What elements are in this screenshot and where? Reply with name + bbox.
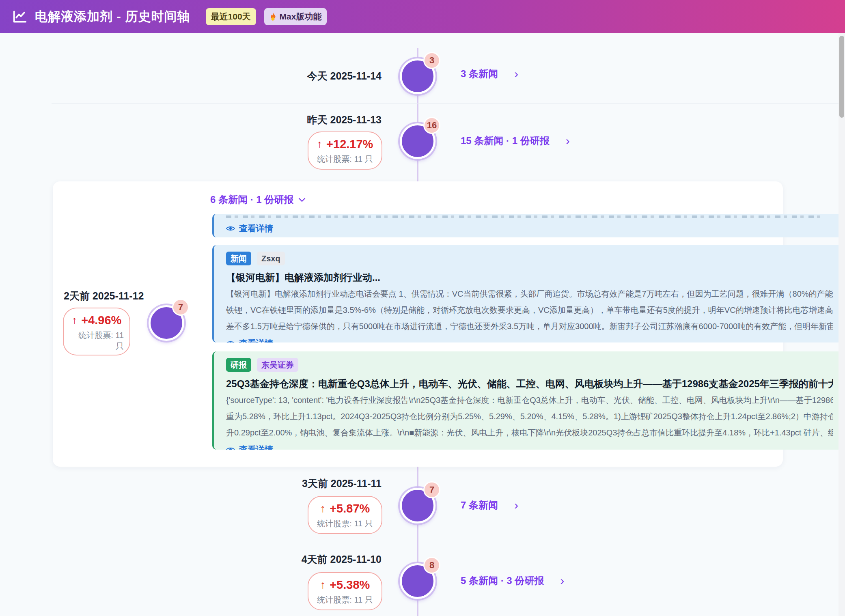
page-title: 电解液添加剂 - 历史时间轴 bbox=[35, 8, 190, 25]
news-link-yesterday[interactable]: 15 条新闻 · 1 份研报 › bbox=[461, 134, 570, 147]
fire-icon bbox=[269, 12, 277, 21]
news-link-label: 3 条新闻 bbox=[461, 67, 498, 80]
stocks-count: 统计股票: 11 只 bbox=[308, 594, 382, 605]
max-feature-badge: Max版功能 bbox=[264, 8, 327, 25]
view-detail-link[interactable]: 查看详情 bbox=[226, 338, 273, 342]
stocks-count: 统计股票: 11 只 bbox=[308, 154, 382, 165]
news-link-today[interactable]: 3 条新闻 › bbox=[461, 67, 518, 80]
news-body-line: 铁锂，VC在铁锂里面的添加量是3.5%-6%（特别是储能，对循环充放电次数要求更… bbox=[226, 302, 833, 318]
news-link-label: 7 条新闻 bbox=[461, 499, 498, 512]
row-divider bbox=[52, 103, 845, 104]
entry-date-2d: 2天前 2025-11-12 bbox=[64, 289, 144, 303]
up-arrow-icon: ↑ bbox=[320, 579, 326, 590]
up-arrow-icon: ↑ bbox=[72, 315, 78, 326]
news-type-badge: 新闻 bbox=[226, 252, 251, 265]
timeline-node-2d[interactable]: 7 bbox=[149, 305, 184, 341]
news-link-label: 5 条新闻 · 3 份研报 bbox=[461, 574, 544, 587]
report-body-line: {'sourceType': 13, 'content': '电力设备行业深度报… bbox=[226, 392, 833, 408]
collapse-toggle[interactable]: 6 条新闻 · 1 份研报 bbox=[210, 193, 306, 206]
pct-change: +12.17% bbox=[326, 138, 373, 150]
report-type-badge: 研报 bbox=[226, 358, 251, 372]
news-link-4d[interactable]: 5 条新闻 · 3 份研报 › bbox=[461, 574, 564, 587]
eye-icon bbox=[226, 446, 235, 450]
view-detail-link[interactable]: 查看详情 bbox=[226, 444, 273, 450]
timeline-page: 电解液添加剂 - 历史时间轴 最近100天 Max版功能 今天 2025-11-… bbox=[0, 0, 845, 616]
max-feature-badge-label: Max版功能 bbox=[280, 11, 322, 22]
chevron-right-icon: › bbox=[514, 68, 518, 80]
scrollbar-track bbox=[839, 33, 845, 616]
scrollbar-thumb[interactable] bbox=[839, 36, 844, 118]
row-divider bbox=[52, 546, 845, 546]
chevron-right-icon: › bbox=[514, 499, 518, 511]
timeline-node-today[interactable]: 3 bbox=[400, 58, 435, 94]
view-detail-label: 查看详情 bbox=[239, 338, 273, 342]
range-badge: 最近100天 bbox=[206, 8, 256, 25]
news-card-clipped[interactable]: 查看详情 bbox=[212, 214, 845, 237]
entry-date-4d: 4天前 2025-11-10 bbox=[302, 553, 382, 566]
stat-bubble-4d: ↑ +5.38% 统计股票: 11 只 bbox=[308, 572, 382, 610]
count-badge: 8 bbox=[425, 558, 439, 573]
app-header: 电解液添加剂 - 历史时间轴 最近100天 Max版功能 bbox=[0, 0, 845, 33]
timeline-node-yesterday[interactable]: 16 bbox=[400, 123, 435, 159]
report-body-line: 升0.29pct至2.00%，钠电池、复合集流体上涨。\r\n■新能源：光伏、风… bbox=[226, 424, 833, 441]
stat-bubble-3d: ↑ +5.87% 统计股票: 11 只 bbox=[308, 496, 382, 534]
chevron-down-icon bbox=[298, 198, 306, 202]
count-badge: 7 bbox=[425, 482, 439, 497]
news-link-3d[interactable]: 7 条新闻 › bbox=[461, 499, 518, 512]
chart-line-icon bbox=[12, 9, 28, 24]
report-title: 25Q3基金持仓深度：电新重仓Q3总体上升，电动车、光伏、储能、工控、电网、风电… bbox=[226, 377, 833, 390]
up-arrow-icon: ↑ bbox=[317, 139, 323, 150]
clipped-text-fragment bbox=[226, 215, 821, 218]
news-link-label: 15 条新闻 · 1 份研报 bbox=[461, 134, 550, 147]
view-detail-link[interactable]: 查看详情 bbox=[226, 223, 273, 234]
news-body-line: 【银河电新】电解液添加剂行业动态电话会要点 1、供需情况：VC当前供需很紧，头部… bbox=[226, 286, 833, 302]
timeline-node-3d[interactable]: 7 bbox=[400, 488, 435, 523]
stocks-count: 统计股票: 11 只 bbox=[64, 330, 129, 352]
stat-bubble-yesterday: ↑ +12.17% 统计股票: 11 只 bbox=[308, 131, 382, 170]
stocks-count: 统计股票: 11 只 bbox=[308, 518, 382, 529]
collapse-toggle-label: 6 条新闻 · 1 份研报 bbox=[210, 193, 293, 206]
view-detail-label: 查看详情 bbox=[239, 223, 273, 234]
count-badge: 16 bbox=[425, 118, 439, 133]
chevron-right-icon: › bbox=[560, 575, 564, 587]
report-body-line: 重为5.28%，环比上升1.13pct。2024Q3-2025Q3持仓比例分别为… bbox=[226, 408, 833, 424]
eye-icon bbox=[226, 225, 235, 232]
count-badge: 7 bbox=[173, 300, 188, 314]
eye-icon bbox=[226, 340, 235, 342]
report-source-chip: 东吴证券 bbox=[257, 358, 298, 372]
news-title: 【银河电新】电解液添加剂行业动... bbox=[226, 271, 833, 284]
view-detail-label: 查看详情 bbox=[239, 444, 273, 450]
pct-change: +4.96% bbox=[81, 314, 121, 326]
up-arrow-icon: ↑ bbox=[320, 503, 326, 514]
news-source-chip: Zsxq bbox=[257, 252, 285, 265]
entry-date-yesterday: 昨天 2025-11-13 bbox=[307, 113, 382, 127]
entry-date-today: 今天 2025-11-14 bbox=[307, 69, 382, 83]
chevron-right-icon: › bbox=[566, 135, 570, 147]
news-body-line: 差不多1.5万吨是给宁德保供的，只有5000吨在市场进行流通，宁德也还要外采3.… bbox=[226, 318, 833, 334]
pct-change: +5.38% bbox=[330, 579, 370, 591]
timeline-node-4d[interactable]: 8 bbox=[400, 563, 435, 599]
news-card[interactable]: 新闻 Zsxq 【银河电新】电解液添加剂行业动... 【银河电新】电解液添加剂行… bbox=[212, 245, 845, 342]
entry-date-3d: 3天前 2025-11-11 bbox=[302, 477, 382, 490]
pct-change: +5.87% bbox=[330, 503, 370, 515]
count-badge: 3 bbox=[425, 53, 439, 68]
stat-bubble-2d: ↑ +4.96% 统计股票: 11 只 bbox=[63, 308, 130, 355]
report-card[interactable]: 研报 东吴证券 25Q3基金持仓深度：电新重仓Q3总体上升，电动车、光伏、储能、… bbox=[212, 351, 845, 450]
